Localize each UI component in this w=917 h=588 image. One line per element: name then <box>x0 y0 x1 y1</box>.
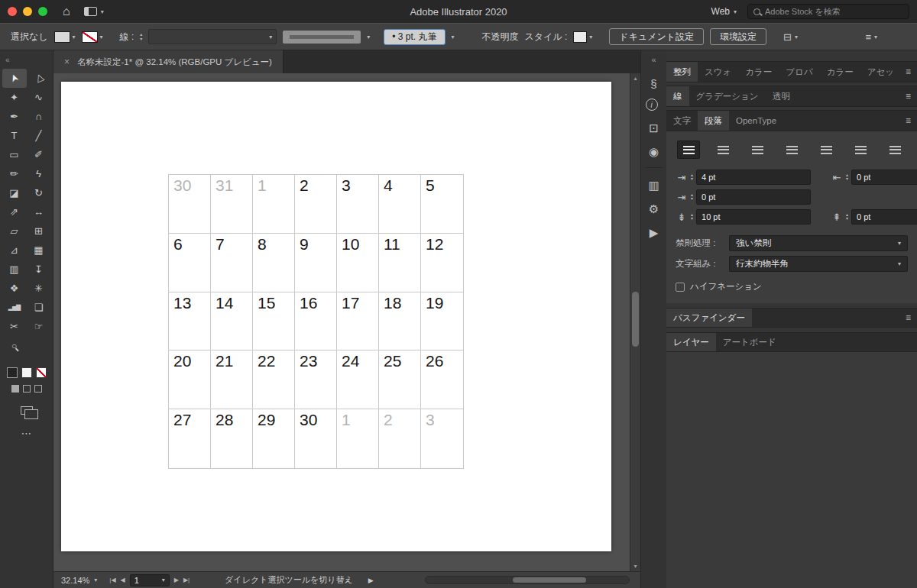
hyphenation-checkbox[interactable] <box>676 283 685 292</box>
panel-tab-5[interactable]: アセッ <box>860 62 901 82</box>
symbol-sprayer-tool[interactable]: ✳ <box>27 279 51 298</box>
panel-tab-0[interactable]: 整列 <box>666 62 698 82</box>
fill-swatch[interactable] <box>54 31 70 43</box>
panel-dock-control[interactable]: ≡ ▾ <box>865 31 877 43</box>
free-transform-tool[interactable]: ▱ <box>2 221 27 241</box>
stroke-none-swatch[interactable] <box>82 31 98 43</box>
close-window-button[interactable] <box>8 7 17 16</box>
panel-menu-icon[interactable]: ≡ <box>906 66 911 77</box>
layers-panel-body[interactable] <box>666 352 917 588</box>
calendar-cell[interactable]: 21 <box>211 351 253 409</box>
calendar-cell[interactable]: 18 <box>379 292 421 351</box>
close-document-icon[interactable]: × <box>64 57 70 67</box>
gradient-tool[interactable]: ▥ <box>2 260 27 279</box>
kinsoku-dropdown[interactable]: 強い禁則 ▾ <box>729 235 908 251</box>
style-control[interactable]: ▾ <box>573 31 592 43</box>
calendar-cell[interactable]: 28 <box>211 409 253 468</box>
vertical-scrollbar-thumb[interactable] <box>632 292 639 347</box>
info-icon[interactable]: i <box>646 99 658 111</box>
width-tool[interactable]: ↔ <box>27 202 51 221</box>
stepper-down-icon[interactable]: ▾ <box>140 37 142 41</box>
scale-tool[interactable]: ⇗ <box>2 202 27 221</box>
vertical-scrollbar[interactable]: ▴ ▾ <box>630 73 640 571</box>
none-color-swatch[interactable] <box>36 367 47 378</box>
panel-tab-2[interactable]: OpenType <box>729 111 783 131</box>
opacity-label[interactable]: 不透明度 <box>482 31 519 44</box>
calendar-cell[interactable]: 23 <box>295 351 337 409</box>
right-indent-field[interactable] <box>851 170 917 185</box>
panel-menu-icon[interactable]: ≡ <box>906 312 911 323</box>
minimize-window-button[interactable] <box>23 7 32 16</box>
chevron-down-icon[interactable]: ▾ <box>452 34 455 40</box>
zoom-chevron-icon[interactable]: ▾ <box>94 577 97 583</box>
preferences-button[interactable]: 環境設定 <box>710 28 766 45</box>
calendar-cell[interactable]: 2 <box>295 175 337 234</box>
previous-artboard-button[interactable]: ◀ <box>121 577 125 583</box>
selection-tool[interactable]: ➤ <box>2 69 27 88</box>
workspace-selector[interactable]: Web ▾ <box>711 6 737 17</box>
left-indent-field[interactable] <box>696 170 811 185</box>
gear-icon[interactable]: ⚙ <box>646 201 663 218</box>
direct-selection-tool[interactable]: ▷ <box>27 69 51 88</box>
calendar-cell[interactable]: 20 <box>169 351 211 409</box>
canvas-area[interactable]: 3031123456789101112131415161718192021222… <box>53 73 640 571</box>
stroke-weight-stepper[interactable]: ▴ ▾ <box>140 32 142 41</box>
eraser-tool[interactable]: ◪ <box>2 183 27 202</box>
column-graph-tool[interactable]: ▂▅▇ <box>2 298 27 317</box>
toolbar-options-control[interactable]: ⊟ ▾ <box>783 31 798 43</box>
space-before-stepper[interactable]: ▴ ▾ <box>691 213 693 221</box>
draw-normal-mode-button[interactable] <box>11 385 19 393</box>
align-left-button[interactable] <box>677 141 700 159</box>
calendar-cell[interactable]: 4 <box>379 175 421 234</box>
panel-tab-2[interactable]: カラー <box>738 62 779 82</box>
first-line-indent-stepper[interactable]: ▴ ▾ <box>691 193 693 201</box>
calendar-cell[interactable]: 31 <box>211 175 253 234</box>
blend-tool[interactable]: ❖ <box>2 279 27 298</box>
calendar-cell[interactable]: 24 <box>337 351 379 409</box>
fill-color-control[interactable]: ▾ <box>54 31 76 43</box>
pen-tool[interactable]: ✒ <box>2 107 27 126</box>
link-icon[interactable]: § <box>646 75 663 92</box>
type-tool[interactable]: T <box>2 126 27 145</box>
panel-tab-0[interactable]: レイヤー <box>666 333 716 351</box>
panel-tab-0[interactable]: 線 <box>666 86 689 106</box>
expand-panels-icon[interactable]: « <box>651 55 656 64</box>
last-artboard-button[interactable]: ▶| <box>183 577 190 583</box>
panel-menu-icon[interactable]: ≡ <box>906 91 911 102</box>
stroke-weight-combo[interactable]: ▾ <box>148 29 277 44</box>
panel-tab-0[interactable]: パスファインダー <box>666 309 752 327</box>
panel-tab-1[interactable]: 段落 <box>698 111 729 131</box>
calendar-cell[interactable]: 7 <box>211 234 253 292</box>
calendar-cell[interactable]: 15 <box>253 292 295 351</box>
calendar-cell[interactable]: 3 <box>421 409 463 468</box>
stepper-down-icon[interactable]: ▾ <box>846 217 848 221</box>
stroke-proxy-swatch[interactable] <box>21 367 32 378</box>
calendar-cell[interactable]: 13 <box>169 292 211 351</box>
stepper-down-icon[interactable]: ▾ <box>846 177 848 181</box>
scroll-down-icon[interactable]: ▾ <box>630 563 640 570</box>
calendar-cell[interactable]: 19 <box>421 292 463 351</box>
home-icon[interactable]: ⌂ <box>63 5 70 18</box>
stepper-down-icon[interactable]: ▾ <box>691 177 693 181</box>
fullscreen-window-button[interactable] <box>38 7 47 16</box>
brush-definition-dropdown[interactable]: • 3 pt. 丸筆 <box>384 29 445 45</box>
mesh-tool[interactable]: ▦ <box>27 241 51 260</box>
space-after-stepper[interactable]: ▴ ▾ <box>846 213 848 221</box>
calendar-cell[interactable]: 22 <box>253 351 295 409</box>
gradient-icon[interactable]: ◉ <box>646 144 663 160</box>
width-profile-dropdown[interactable] <box>283 31 361 44</box>
chevron-down-icon[interactable]: ▾ <box>367 34 370 40</box>
panel-tab-0[interactable]: 文字 <box>666 111 698 131</box>
shaper-tool[interactable]: ϟ <box>27 164 51 183</box>
artboard-tool[interactable]: ❏ <box>27 298 51 317</box>
calendar-cell[interactable]: 9 <box>295 234 337 292</box>
align-center-button[interactable] <box>711 141 734 159</box>
calendar-cell[interactable]: 1 <box>337 409 379 468</box>
magic-wand-tool[interactable]: ✦ <box>2 88 27 107</box>
zoom-tool[interactable]: ○ <box>2 336 27 355</box>
calendar-cell[interactable]: 29 <box>253 409 295 468</box>
document-setup-button[interactable]: ドキュメント設定 <box>609 28 704 45</box>
next-artboard-button[interactable]: ▶ <box>174 577 179 583</box>
panel-menu-icon[interactable]: ≡ <box>906 115 911 126</box>
justify-all-button[interactable] <box>883 141 906 159</box>
